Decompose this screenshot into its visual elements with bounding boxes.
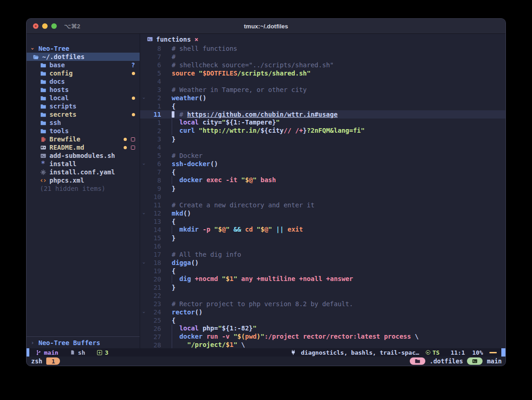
code-text: } <box>172 135 175 143</box>
close-window-button[interactable] <box>33 23 38 29</box>
code-line[interactable]: 7{ <box>140 168 505 176</box>
tree-item-brewfile[interactable]: Brewfile <box>27 135 140 143</box>
cursor-position: 11:1 <box>451 349 465 356</box>
close-buffer-icon[interactable]: × <box>195 36 198 43</box>
scroll-percent: 10% <box>472 349 483 356</box>
code-line[interactable]: ›6ssh-docker() <box>140 160 505 168</box>
tree-item-install-conf-yaml[interactable]: install.conf.yaml <box>27 168 140 176</box>
code-icon <box>40 177 46 184</box>
line-number: 10 <box>147 193 161 200</box>
code-line[interactable]: 15} <box>140 234 505 242</box>
code-line[interactable]: 3} <box>140 135 505 143</box>
code-line[interactable]: 1{ <box>140 102 505 110</box>
line-number: 22 <box>147 292 161 299</box>
folder-open-icon <box>33 54 39 60</box>
code-line[interactable]: ›12mkd() <box>140 209 505 217</box>
code-area[interactable]: 8# shell functions7#6# shellcheck source… <box>140 44 505 348</box>
code-line[interactable]: 19{ <box>140 267 505 275</box>
line-number: 7 <box>147 53 161 60</box>
tree-item-base[interactable]: base? <box>27 61 140 69</box>
code-text: source "$DOTFILES/scripts/shared.sh" <box>172 70 310 77</box>
fold-chevron-icon[interactable]: › <box>141 97 147 100</box>
code-line[interactable]: ›18digga() <box>140 259 505 267</box>
fold-chevron-icon[interactable]: › <box>141 311 147 314</box>
code-text: # shellcheck source="../scripts/shared.s… <box>172 61 334 69</box>
code-line[interactable]: 5# Docker <box>140 151 505 160</box>
fold-chevron-icon[interactable]: › <box>141 261 147 265</box>
code-line[interactable]: 10 <box>140 193 505 201</box>
lsp-clients-label: diagnosticls, bashls, trail-spac… <box>301 349 419 356</box>
code-line[interactable]: 14 mkdir -p "$@" && cd "$@" || exit <box>140 226 505 234</box>
code-line[interactable]: 28 "/project/$1" \ <box>140 341 505 348</box>
code-text: { <box>172 168 175 176</box>
code-line[interactable]: 23# Rector project to php version 8.2 by… <box>140 300 505 308</box>
zoom-window-button[interactable] <box>51 23 57 29</box>
line-number: 4 <box>147 78 161 85</box>
neo-tree-header[interactable]: › Neo-Tree <box>27 44 140 53</box>
code-line[interactable]: 4 <box>140 143 505 151</box>
modified-dot-icon <box>132 72 135 75</box>
code-line[interactable]: 6# shellcheck source="../scripts/shared.… <box>140 61 505 69</box>
code-line-current[interactable]: 11 # https://github.com/chubin/wttr.in#u… <box>140 110 505 119</box>
code-line[interactable]: ›24rector() <box>140 308 505 316</box>
git-diff-segment: + 3 <box>97 349 109 356</box>
code-line[interactable]: 20 dig +nocmd "$1" any +multiline +noall… <box>140 275 505 283</box>
code-text: docker run -v "$(pwd)":/project rector/r… <box>172 333 419 341</box>
neo-tree-buffers-header[interactable]: › Neo-Tree Buffers <box>27 336 140 348</box>
tree-item-hosts[interactable]: hosts <box>27 86 140 94</box>
tree-item-phpcs-xml[interactable]: phpcs.xml <box>27 176 140 184</box>
traffic-lights <box>33 23 57 29</box>
tree-item-config[interactable]: config <box>27 69 140 77</box>
code-line[interactable]: 16 <box>140 242 505 250</box>
tree-item-dotfiles[interactable]: ~/.dotfiles <box>27 53 140 61</box>
code-text: # Create a new directory and enter it <box>172 201 315 209</box>
tree-item-label: Brewfile <box>49 135 80 143</box>
tree-item-install[interactable]: *install <box>27 160 140 168</box>
code-line[interactable]: 7# <box>140 53 505 61</box>
file-tree: ~/.dotfilesbase?configdocshostslocalscri… <box>27 53 140 336</box>
tree-item-ssh[interactable]: ssh <box>27 119 140 127</box>
tree-item-secrets[interactable]: secrets <box>27 110 140 119</box>
shell-file-icon <box>147 36 153 42</box>
code-line[interactable]: 26 local php="${1:-82}" <box>140 324 505 333</box>
code-line[interactable]: 8# shell functions <box>140 44 505 53</box>
code-line[interactable]: 21} <box>140 283 505 292</box>
tree-item-local[interactable]: local <box>27 94 140 102</box>
code-line[interactable]: 8 docker exec -it "$@" bash <box>140 176 505 184</box>
tree-item-label: add-submodules.sh <box>49 152 115 159</box>
tree-item-readme-md[interactable]: README.md <box>27 143 140 151</box>
code-line[interactable]: 5source "$DOTFILES/scripts/shared.sh" <box>140 69 505 77</box>
code-line[interactable]: 22 <box>140 292 505 300</box>
tree-item-add-submodules-sh[interactable]: add-submodules.sh <box>27 151 140 160</box>
line-number: 2 <box>147 94 161 102</box>
tree-item-docs[interactable]: docs <box>27 77 140 86</box>
tree-item-scripts[interactable]: scripts <box>27 102 140 110</box>
fold-chevron-icon[interactable]: › <box>141 162 147 166</box>
code-line[interactable]: 4 <box>140 77 505 86</box>
statusline-right: diagnosticls, bashls, trail-spac… TS 11:… <box>290 348 505 357</box>
code-line[interactable]: ›2weather() <box>140 94 505 102</box>
tmux-window-index[interactable]: 1 <box>46 357 60 365</box>
fold-column: › <box>140 95 147 101</box>
code-line[interactable]: 25{ <box>140 316 505 324</box>
folder-icon <box>40 103 46 109</box>
code-line[interactable]: 17# All the dig info <box>140 250 505 259</box>
tree-item-21-hidden-items[interactable]: (21 hidden items) <box>27 184 140 193</box>
fold-chevron-icon[interactable]: › <box>141 212 147 215</box>
line-number: 2 <box>147 127 161 135</box>
code-line[interactable]: 11# Create a new directory and enter it <box>140 201 505 209</box>
code-line[interactable]: 27 docker run -v "$(pwd)":/project recto… <box>140 333 505 341</box>
code-line[interactable]: 2 curl "http://wttr.in/${city// /+}?2nFQ… <box>140 127 505 135</box>
tree-item-label: install.conf.yaml <box>49 168 115 176</box>
code-line[interactable]: 13{ <box>140 217 505 226</box>
code-line[interactable]: 1 local city="${1:-Tampere}" <box>140 119 505 127</box>
code-line[interactable]: 9} <box>140 184 505 193</box>
treesitter-label: TS <box>433 349 440 356</box>
tree-item-tools[interactable]: tools <box>27 127 140 135</box>
line-number: 6 <box>147 160 161 168</box>
editor-pane: functions × 8# shell functions7#6# shell… <box>140 34 505 348</box>
code-line[interactable]: 3# Weather in Tampere, or other city <box>140 86 505 94</box>
buffer-tab[interactable]: functions × <box>140 34 505 44</box>
minimize-window-button[interactable] <box>42 23 48 29</box>
line-number: 15 <box>147 234 161 242</box>
